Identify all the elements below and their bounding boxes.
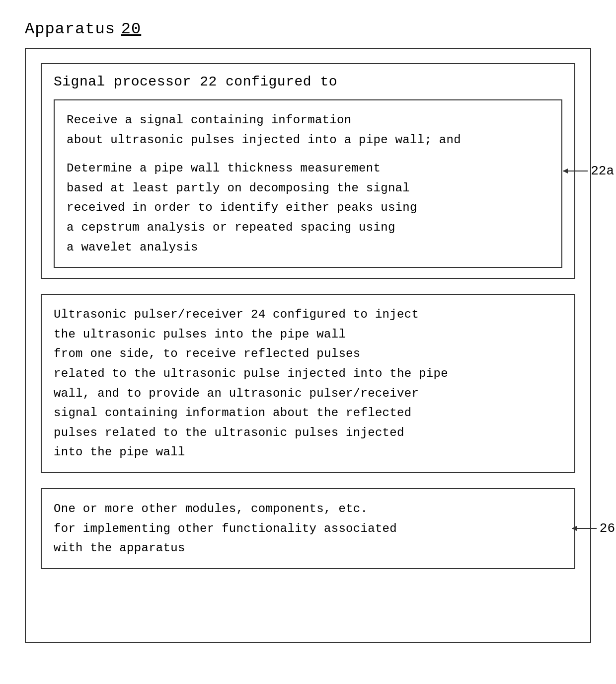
label-22a-text: 22a bbox=[591, 164, 614, 178]
signal-processor-title: Signal processor 22 configured to bbox=[54, 74, 562, 89]
apparatus-number: 20 bbox=[121, 20, 141, 38]
apparatus-label: Apparatus 20 bbox=[25, 20, 591, 38]
label-22a: 22a bbox=[563, 164, 614, 178]
page: Apparatus 20 Signal processor 22 configu… bbox=[0, 0, 616, 684]
signal-processor-box: Signal processor 22 configured to Receiv… bbox=[41, 63, 575, 279]
arrow-22a bbox=[563, 171, 588, 171]
to-text: to bbox=[353, 308, 368, 321]
apparatus-text: Apparatus bbox=[25, 20, 115, 38]
arrow-26 bbox=[572, 528, 597, 529]
signal-processor-inner-box: Receive a signal containing informationa… bbox=[54, 99, 562, 268]
determine-paragraph: Determine a pipe wall thickness measurem… bbox=[67, 159, 549, 257]
ultrasonic-text: Ultrasonic pulser/receiver 24 configured… bbox=[54, 305, 562, 462]
modules-text: One or more other modules, components, e… bbox=[54, 499, 562, 558]
modules-box-wrapper: One or more other modules, components, e… bbox=[41, 488, 575, 569]
label-26: 26 bbox=[572, 521, 615, 536]
modules-box: One or more other modules, components, e… bbox=[41, 488, 575, 569]
signal-processor-inner-text: Receive a signal containing informationa… bbox=[67, 110, 549, 257]
receive-paragraph: Receive a signal containing informationa… bbox=[67, 110, 549, 150]
or-text: or bbox=[213, 221, 227, 234]
outer-box: Signal processor 22 configured to Receiv… bbox=[25, 48, 591, 643]
ultrasonic-box: Ultrasonic pulser/receiver 24 configured… bbox=[41, 294, 575, 473]
label-26-text: 26 bbox=[600, 521, 615, 536]
